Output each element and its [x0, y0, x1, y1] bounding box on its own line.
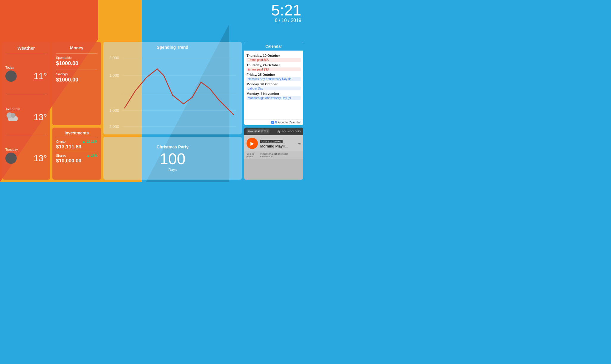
spending-trend-card: Spending Trend 2,000 1,000 1,000 2,000 [103, 42, 242, 134]
calendar-footer: + G Google Calendar [244, 119, 303, 125]
crypto-row: Crypto ▲ 12.11% [56, 140, 97, 143]
cal-date-4: Monday, 28 October [247, 82, 301, 86]
spendable-value: $1000.00 [56, 60, 97, 67]
party-days-label: Days [169, 168, 177, 172]
music-username: User 619125762 [260, 140, 283, 143]
sun2-icon [5, 153, 17, 164]
cal-date-2: Thursday, 24 October [247, 63, 301, 67]
music-info: User 619125762 Morning Playli... [260, 138, 295, 148]
christmas-party-card: Christmas Party 100 Days [103, 137, 242, 180]
shares-value: $10,000.00 [56, 158, 97, 164]
svg-text:2,000: 2,000 [109, 56, 119, 60]
calendar-body: Thursday, 10 October Emma paid $$$ Thurs… [244, 51, 303, 119]
svg-text:2,000: 2,000 [109, 124, 119, 129]
weather-today-temp: 11° [34, 71, 47, 81]
trend-column: Spending Trend 2,000 1,000 1,000 2,000 [103, 42, 242, 180]
weather-column: Weather Today 11° Tomorrow [2, 42, 50, 180]
weather-tuesday-temp: 13° [34, 153, 47, 163]
weather-title: Weather [5, 46, 47, 53]
cards-wrapper: Weather Today 11° Tomorrow [0, 0, 306, 182]
cal-event-1[interactable]: Emma paid $$$ [247, 58, 301, 62]
gcal-label[interactable]: Google Calendar [278, 121, 301, 124]
weather-tomorrow-section: Tomorrow 13° [5, 94, 47, 135]
crypto-label: Crypto [56, 140, 66, 143]
music-header: User 619125762 ≋ SOUNDCLOUD [244, 128, 303, 135]
savings-section: Savings $1000.00 [56, 70, 97, 83]
crypto-value: $13,111.83 [56, 144, 97, 150]
money-column: Money Spendable $1000.00 Savings $1000.0… [52, 42, 101, 180]
cal-date-5: Monday, 4 November [247, 92, 301, 95]
party-title: Christmas Party [157, 145, 188, 149]
investments-title: Investments [56, 131, 97, 135]
money-card: Money Spendable $1000.00 Savings $1000.0… [52, 42, 101, 125]
spending-trend-title: Spending Trend [107, 45, 238, 50]
spendable-label: Spendable [56, 56, 97, 59]
calendar-card: Calendar Thursday, 10 October Emma paid … [244, 42, 303, 125]
money-title: Money [56, 46, 97, 50]
weather-tuesday-row: 13° [5, 153, 47, 164]
gcal-logo-text: G [275, 121, 278, 124]
music-copyright: © 2015 (P) 2015 Disruptor Records/Co... [260, 153, 301, 158]
shares-row: Shares ▲ 16% [56, 154, 97, 157]
shares-change: ▲ 16% [87, 154, 97, 157]
weather-tomorrow-row: 13° [5, 112, 47, 122]
svg-text:1,000: 1,000 [109, 108, 119, 113]
savings-label: Savings [56, 72, 97, 76]
cal-event-5[interactable]: Marlborough Anniversary Day (N [247, 96, 301, 100]
weather-tomorrow-label: Tomorrow [5, 107, 47, 111]
shares-section: Shares ▲ 16% $10,000.00 [56, 152, 97, 164]
weather-today-section: Today 11° [5, 53, 47, 94]
soundcloud-icon: ≋ [277, 129, 281, 134]
trend-chart: 2,000 1,000 1,000 2,000 [107, 51, 238, 130]
weather-tuesday-label: Tuesday [5, 148, 47, 151]
shares-label: Shares [56, 154, 66, 157]
cal-date-3: Friday, 25 October [247, 73, 301, 76]
calendar-title: Calendar [244, 42, 303, 51]
calendar-column: Calendar Thursday, 10 October Emma paid … [244, 42, 303, 180]
sun-icon [5, 70, 17, 82]
soundcloud-logo: ≋ SOUNDCLOUD [277, 129, 301, 134]
svg-text:1,000: 1,000 [109, 73, 119, 78]
clock-area: 5:21 6 / 10 / 2019 [271, 2, 301, 23]
investments-card: Investments Crypto ▲ 12.11% $13,111.83 S… [52, 128, 101, 180]
music-track: Morning Playli... [260, 144, 295, 148]
savings-value: $1000.00 [56, 77, 97, 83]
music-card: User 619125762 ≋ SOUNDCLOUD ▶ User 61912… [244, 128, 303, 180]
main-row: Weather Today 11° Tomorrow [2, 2, 303, 180]
music-user-badge: User 619125762 [247, 129, 269, 134]
share-icon[interactable]: ⇥ [297, 141, 301, 146]
cal-event-2[interactable]: Emma paid $$$ [247, 68, 301, 71]
clock-time: 5:21 [271, 2, 301, 18]
play-button[interactable]: ▶ [247, 138, 258, 149]
crypto-section: Crypto ▲ 12.11% $13,111.83 [56, 138, 97, 150]
music-body: ▶ User 619125762 Morning Playli... ⇥ [244, 135, 303, 151]
cookie-policy-link[interactable]: Cookie policy [247, 153, 260, 158]
cloud-icon [5, 113, 19, 121]
weather-tuesday-section: Tuesday 13° [5, 135, 47, 176]
soundcloud-label: SOUNDCLOUD [282, 130, 301, 133]
weather-today-row: 11° [5, 70, 47, 82]
weather-tomorrow-temp: 13° [34, 112, 47, 122]
weather-today-label: Today [5, 66, 47, 69]
gcal-plus-icon: + [271, 121, 274, 124]
crypto-change: ▲ 12.11% [82, 140, 97, 143]
weather-card: Weather Today 11° Tomorrow [2, 42, 50, 180]
clock-date: 6 / 10 / 2019 [271, 18, 301, 23]
cal-event-3[interactable]: Hawke's Bay Anniversary Day (H [247, 77, 301, 81]
cal-event-4[interactable]: Labour Day [247, 87, 301, 90]
music-footer: Cookie policy © 2015 (P) 2015 Disruptor … [244, 151, 303, 159]
party-days-number: 100 [160, 151, 186, 167]
cal-date-1: Thursday, 10 October [247, 54, 301, 57]
spendable-section: Spendable $1000.00 [56, 53, 97, 67]
